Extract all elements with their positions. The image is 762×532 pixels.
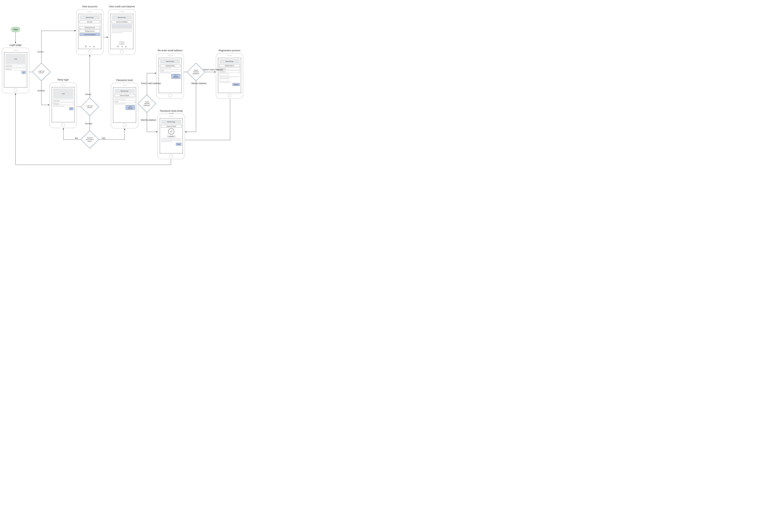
screen-cc-balance: View credit card balance Banner/logo Cre… — [108, 9, 135, 55]
send-temp-password-button[interactable]: Send temporary password — [171, 74, 181, 79]
checking-row[interactable]: Checking Account — [80, 26, 100, 29]
section-header: Credit Card Balance — [112, 21, 132, 23]
edge-label: Incorrect — [85, 123, 92, 125]
savings-row[interactable]: Savings Account — [80, 30, 100, 33]
edge-label: Doesn't match database — [141, 82, 161, 84]
logo-block: Logo — [53, 89, 73, 99]
screen-title: Password reset — [111, 79, 138, 82]
banner: Banner/logo — [160, 59, 181, 64]
edge-label: NO — [75, 137, 78, 139]
go-button[interactable]: Go — [119, 42, 124, 44]
email-field[interactable]: Email — [160, 69, 181, 72]
decision-login-1: Login info correct? — [35, 66, 48, 78]
menu-icon[interactable]: ≡ — [121, 45, 123, 48]
banner: Banner/logo — [80, 15, 100, 20]
banner: Banner/logo — [112, 15, 132, 20]
section-header: Password Reset — [160, 64, 181, 67]
edge-label: Incorrect — [38, 90, 45, 92]
logo-block: Logo — [5, 54, 26, 64]
go-button[interactable]: Go — [22, 71, 26, 74]
screen-title: Re-enter email address — [156, 49, 184, 52]
screen-retry: Retry login Logo Username Password Go — [49, 82, 77, 128]
decision-email-match-2: Email matches database? — [190, 66, 202, 78]
location-icon[interactable]: ⎈ — [125, 45, 126, 48]
start-label: Start — [13, 28, 18, 31]
banner: Banner/logo — [114, 89, 135, 94]
menu-icon[interactable]: ≡ — [89, 45, 91, 48]
email-field[interactable]: Email — [114, 100, 135, 103]
edge-label: Doesn't match database — [203, 69, 223, 71]
decision-three-times: Incorrect more than 3 times? — [83, 133, 96, 146]
screen-title: Retry login — [49, 78, 77, 81]
success-pill: Success! — [167, 135, 176, 138]
register-button[interactable]: Register — [232, 83, 240, 86]
extra-field-2[interactable] — [219, 79, 228, 81]
screen-registration: Registration process Banner/logo Registe… — [216, 53, 243, 99]
section-header: Register with us — [219, 64, 240, 67]
screen-accounts: View accounts Banner/logo Accounts Check… — [76, 9, 104, 55]
screen-title: View accounts — [76, 5, 104, 8]
edge-label: Correct — [85, 94, 91, 96]
send-temp-password-button[interactable]: Send temporary password — [126, 105, 135, 110]
edge-label: Correct — [38, 51, 43, 53]
check-icon: ✓ — [168, 128, 174, 135]
extra-field-1[interactable] — [219, 73, 228, 76]
password-field[interactable]: Password — [5, 68, 26, 70]
decision-login-2: Login info correct? — [83, 100, 96, 113]
password-field[interactable]: Password — [53, 103, 73, 105]
section-header: Password Reset — [114, 94, 135, 97]
login-button[interactable]: Login — [176, 143, 182, 146]
screen-title: Registration process — [216, 49, 243, 52]
credit-card-row[interactable]: Credit Card Balance — [80, 33, 100, 36]
username-field[interactable]: Username — [5, 65, 26, 67]
phone-icon[interactable]: ✆ — [117, 45, 119, 48]
phone-icon[interactable]: ✆ — [85, 45, 87, 48]
location-icon[interactable]: ⎈ — [93, 45, 95, 48]
go-button[interactable]: Go — [69, 107, 73, 110]
screen-title: View credit card balance — [108, 5, 135, 8]
screen-title: Login page — [2, 43, 29, 46]
decision-email-match-1: Email matches database? — [140, 97, 153, 110]
flow-canvas: Start Login page Logo Username Password … — [0, 0, 282, 197]
username-field[interactable]: Username — [53, 100, 73, 102]
screen-reset-sent: Password reset email sent Banner/logo Pa… — [158, 113, 185, 159]
screen-reenter-email: Re-enter email address Banner/logo Passw… — [156, 53, 184, 99]
section-header: Password Reset — [161, 125, 182, 128]
screen-login: Login page Logo Username Password Go — [2, 48, 29, 94]
start-node: Start — [11, 27, 20, 32]
edge-label: YES — [102, 137, 105, 139]
section-header: Accounts — [80, 21, 100, 23]
screen-password-reset: Password reset Banner/logo Password Rese… — [111, 83, 138, 128]
password-field[interactable]: Password — [219, 71, 240, 73]
edge-label: Matches database — [191, 82, 206, 84]
banner: Banner/logo — [219, 59, 240, 64]
banner: Banner/logo — [161, 119, 182, 124]
edge-label: Matches database — [141, 119, 156, 121]
